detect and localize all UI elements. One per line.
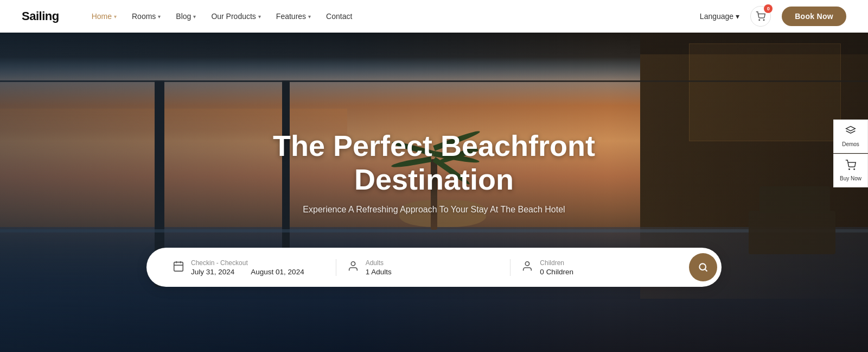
hero-subtitle: Experience A Refreshing Approach To Your… [190, 205, 678, 215]
checkin-date[interactable]: July 31, 2024 [191, 268, 234, 276]
checkout-date[interactable]: August 01, 2024 [251, 268, 304, 276]
children-label: Children [540, 259, 573, 267]
svg-point-12 [854, 169, 855, 170]
search-dates-section: Checkin - Checkout July 31, 2024 August … [162, 259, 336, 276]
svg-point-8 [699, 263, 706, 270]
children-info: Children 0 Children [540, 259, 573, 276]
chevron-down-icon: ▾ [308, 14, 311, 20]
checkin-label: Checkin - Checkout [191, 259, 304, 267]
hero-content: The Perfect Beachfront Destination Exper… [190, 129, 678, 215]
children-value[interactable]: 0 Children [540, 268, 573, 276]
search-children-section: Children 0 Children [510, 259, 685, 276]
float-buttons: Demos Buy Now [833, 120, 868, 187]
cart-button[interactable]: 0 [750, 6, 771, 27]
layers-icon [845, 125, 856, 139]
hero-title: The Perfect Beachfront Destination [190, 129, 678, 196]
nav-home[interactable]: Home ▾ [92, 12, 117, 21]
svg-marker-10 [846, 127, 856, 131]
svg-point-7 [526, 261, 529, 265]
nav-products[interactable]: Our Products ▾ [211, 12, 260, 21]
buy-now-button[interactable]: Buy Now [833, 154, 868, 187]
demos-button[interactable]: Demos [833, 120, 868, 153]
search-button[interactable] [689, 253, 717, 281]
svg-point-0 [759, 20, 760, 21]
person-icon [347, 260, 359, 275]
child-icon [521, 260, 533, 275]
nav-contact[interactable]: Contact [326, 12, 352, 21]
cart-badge: 0 [764, 4, 773, 13]
nav-blog[interactable]: Blog ▾ [176, 12, 196, 21]
adults-label: Adults [366, 259, 392, 267]
navbar: Sailing Home ▾ Rooms ▾ Blog ▾ Our Produc… [0, 0, 868, 33]
svg-point-6 [351, 261, 355, 265]
buy-icon [845, 160, 856, 173]
nav-features[interactable]: Features ▾ [276, 12, 311, 21]
svg-point-11 [849, 169, 850, 170]
chevron-down-icon: ▾ [258, 14, 261, 20]
search-adults-section: Adults 1 Adults [336, 259, 510, 276]
calendar-icon [173, 260, 184, 275]
book-now-button[interactable]: Book Now [782, 7, 846, 26]
chevron-down-icon: ▾ [736, 12, 739, 21]
chevron-down-icon: ▾ [193, 14, 196, 20]
search-icon [698, 262, 709, 273]
cart-icon [756, 11, 765, 21]
search-dates: July 31, 2024 August 01, 2024 [191, 268, 304, 276]
adults-info: Adults 1 Adults [366, 259, 392, 276]
dates-info: Checkin - Checkout July 31, 2024 August … [191, 259, 304, 276]
language-button[interactable]: Language ▾ [700, 12, 739, 21]
adults-value[interactable]: 1 Adults [366, 268, 392, 276]
brand-logo: Sailing [22, 9, 59, 23]
svg-point-1 [763, 20, 764, 21]
nav-right: Language ▾ 0 Book Now [700, 6, 846, 27]
chevron-down-icon: ▾ [158, 14, 161, 20]
svg-line-9 [705, 269, 707, 272]
search-bar: Checkin - Checkout July 31, 2024 August … [146, 248, 722, 287]
nav-links: Home ▾ Rooms ▾ Blog ▾ Our Products ▾ Fea… [92, 12, 700, 21]
nav-rooms[interactable]: Rooms ▾ [132, 12, 161, 21]
svg-rect-2 [174, 262, 183, 271]
chevron-down-icon: ▾ [114, 14, 117, 20]
